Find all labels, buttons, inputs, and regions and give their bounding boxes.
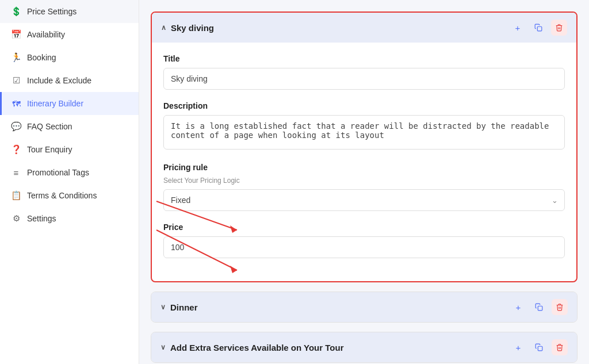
include-exclude-icon: ☑ bbox=[11, 75, 21, 86]
price-settings-icon: 💲 bbox=[11, 6, 21, 17]
terms-conditions-icon: 📋 bbox=[11, 190, 21, 201]
title-label: Title bbox=[163, 54, 565, 63]
section-header-sky-diving[interactable]: ∧Sky diving+ bbox=[152, 13, 576, 43]
section-body-sky-diving: TitleDescriptionPricing ruleSelect Your … bbox=[152, 43, 576, 281]
section-actions-sky-diving: + bbox=[510, 20, 567, 36]
section-title-left-sky-diving: ∧Sky diving bbox=[161, 23, 214, 33]
sidebar-label-settings: Settings bbox=[27, 214, 56, 223]
sidebar-label-booking: Booking bbox=[27, 53, 56, 62]
sidebar-item-include-exclude[interactable]: ☑Include & Exclude bbox=[0, 69, 139, 92]
tour-enquiry-icon: ❓ bbox=[11, 144, 21, 155]
chevron-icon-sky-diving: ∧ bbox=[161, 24, 166, 32]
add-button-sky-diving[interactable]: + bbox=[510, 20, 526, 36]
add-button-add-extra-services[interactable]: + bbox=[510, 339, 526, 355]
booking-icon: 🏃 bbox=[11, 52, 21, 63]
sidebar-label-price-settings: Price Settings bbox=[27, 7, 77, 16]
svg-rect-2 bbox=[538, 346, 542, 351]
section-title-left-add-extra-services: ∨Add Extra Services Available on Your To… bbox=[160, 343, 343, 352]
section-card-sky-diving: ∧Sky diving+TitleDescriptionPricing rule… bbox=[151, 12, 577, 282]
pricing-rule-label: Pricing rule bbox=[163, 163, 565, 172]
promotional-tags-icon: ≡ bbox=[11, 167, 21, 178]
section-card-dinner: ∨Dinner+ bbox=[151, 292, 577, 323]
sidebar-item-booking[interactable]: 🏃Booking bbox=[0, 46, 139, 69]
section-title-add-extra-services: Add Extra Services Available on Your Tou… bbox=[170, 343, 343, 352]
title-group: Title bbox=[163, 54, 565, 90]
sidebar-label-include-exclude: Include & Exclude bbox=[27, 76, 91, 85]
availability-icon: 📅 bbox=[11, 29, 21, 40]
sidebar-item-availability[interactable]: 📅Availability bbox=[0, 23, 139, 46]
sidebar-label-faq-section: FAQ Section bbox=[27, 122, 72, 131]
section-title-sky-diving: Sky diving bbox=[171, 23, 214, 33]
copy-button-add-extra-services[interactable] bbox=[531, 339, 547, 355]
title-input[interactable] bbox=[163, 68, 565, 90]
itinerary-builder-icon: 🗺 bbox=[11, 98, 21, 109]
chevron-icon-add-extra-services: ∨ bbox=[160, 343, 166, 351]
sidebar-label-tour-enquiry: Tour Enquiry bbox=[27, 145, 72, 154]
main-content: ∧Sky diving+TitleDescriptionPricing rule… bbox=[139, 0, 589, 364]
sidebar-label-itinerary-builder: Itinerary Builder bbox=[27, 99, 83, 108]
section-card-add-extra-services: ∨Add Extra Services Available on Your To… bbox=[151, 332, 577, 363]
section-title-dinner: Dinner bbox=[170, 302, 198, 312]
sidebar-label-availability: Availability bbox=[27, 30, 65, 39]
svg-rect-0 bbox=[537, 26, 542, 31]
sidebar-item-terms-conditions[interactable]: 📋Terms & Conditions bbox=[0, 184, 139, 207]
section-actions-add-extra-services: + bbox=[510, 339, 568, 355]
sidebar-label-terms-conditions: Terms & Conditions bbox=[27, 191, 97, 200]
description-textarea[interactable] bbox=[163, 115, 565, 150]
copy-button-dinner[interactable] bbox=[531, 299, 547, 315]
description-group: Description bbox=[163, 101, 565, 151]
sidebar-item-price-settings[interactable]: 💲Price Settings bbox=[0, 0, 139, 23]
pricing-rule-sublabel: Select Your Pricing Logic bbox=[163, 177, 565, 185]
sidebar-item-tour-enquiry[interactable]: ❓Tour Enquiry bbox=[0, 138, 139, 161]
section-title-left-dinner: ∨Dinner bbox=[160, 302, 198, 312]
description-label: Description bbox=[163, 101, 565, 110]
sidebar: 💲Price Settings📅Availability🏃Booking☑Inc… bbox=[0, 0, 139, 364]
pricing-rule-select[interactable]: FixedPer PersonGroup bbox=[163, 189, 565, 211]
delete-button-sky-diving[interactable] bbox=[551, 20, 567, 36]
sidebar-item-faq-section[interactable]: 💬FAQ Section bbox=[0, 115, 139, 138]
sidebar-item-itinerary-builder[interactable]: 🗺Itinerary Builder bbox=[0, 92, 139, 115]
chevron-icon-dinner: ∨ bbox=[160, 303, 166, 311]
section-header-add-extra-services[interactable]: ∨Add Extra Services Available on Your To… bbox=[151, 332, 577, 362]
pricing-rule-group: Pricing ruleSelect Your Pricing LogicFix… bbox=[163, 163, 565, 211]
delete-button-dinner[interactable] bbox=[552, 299, 568, 315]
add-button-dinner[interactable]: + bbox=[510, 299, 526, 315]
faq-section-icon: 💬 bbox=[11, 121, 21, 132]
sidebar-item-promotional-tags[interactable]: ≡Promotional Tags bbox=[0, 161, 139, 184]
price-group: Price bbox=[163, 223, 565, 258]
pricing-rule-select-wrapper: FixedPer PersonGroup⌄ bbox=[163, 189, 565, 211]
copy-button-sky-diving[interactable] bbox=[530, 20, 546, 36]
price-label: Price bbox=[163, 223, 565, 232]
sidebar-label-promotional-tags: Promotional Tags bbox=[27, 168, 89, 177]
svg-rect-1 bbox=[538, 306, 542, 311]
section-actions-dinner: + bbox=[510, 299, 568, 315]
section-header-dinner[interactable]: ∨Dinner+ bbox=[151, 292, 577, 322]
price-input[interactable] bbox=[163, 236, 565, 258]
delete-button-add-extra-services[interactable] bbox=[552, 339, 568, 355]
settings-icon: ⚙ bbox=[11, 213, 21, 224]
sidebar-item-settings[interactable]: ⚙Settings bbox=[0, 207, 139, 230]
